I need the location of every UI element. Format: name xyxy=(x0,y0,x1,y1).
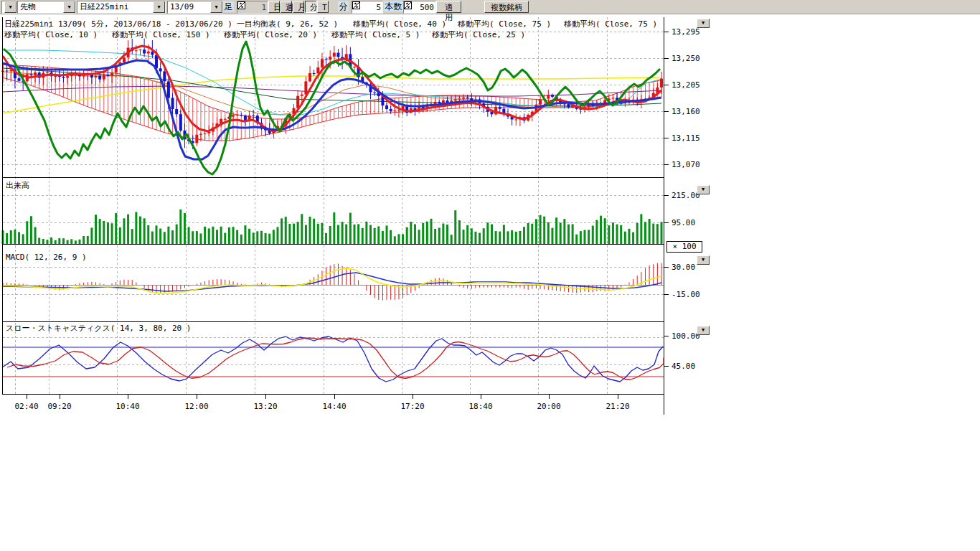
time-axis-label: 21:20 xyxy=(605,402,631,411)
legend-item: 移動平均( Close, 10 ) xyxy=(4,29,98,40)
time-axis-label: 10:40 xyxy=(115,402,141,411)
price-axis-label: 13,160 xyxy=(672,107,700,116)
price-axis-label: 13,205 xyxy=(672,80,700,90)
legend-item: 移動平均( Close, 150 ) xyxy=(112,29,210,40)
legend-item: 移動平均( Close, 75 ) xyxy=(564,19,657,29)
stoch-panel-title: スロー・ストキャスティクス( 14, 3, 80, 20 ) xyxy=(6,324,191,333)
price-axis-label: -15.00 xyxy=(672,290,700,299)
panel-settings-dropdown[interactable]: ▼ xyxy=(697,185,710,194)
legend-item: 日経225mini 13/09( 5分, 2013/06/18 - 2013/0… xyxy=(4,19,232,29)
trading-chart-app: ▼ 先物 ▼ 日経225mini ▼ 13/09 ▼ 足 1 日 週 月 分 T… xyxy=(0,0,980,551)
panel-settings-dropdown[interactable]: ▼ xyxy=(697,255,710,265)
time-axis-label: 20:00 xyxy=(536,402,562,411)
legend-item: 移動平均( Close, 75 ) xyxy=(458,19,551,29)
time-axis-label: 14:40 xyxy=(321,402,347,411)
price-axis-label: 13,070 xyxy=(672,160,700,169)
legend-item: 移動平均( Close, 40 ) xyxy=(353,19,446,29)
chart-canvas[interactable] xyxy=(0,0,980,551)
price-axis-label: 100.00 xyxy=(672,331,700,341)
time-axis-label: 18:40 xyxy=(468,402,494,411)
volume-multiplier-badge: × 100 xyxy=(666,241,702,253)
time-axis-label: 02:40 xyxy=(14,402,39,411)
time-axis-label: 12:00 xyxy=(184,402,209,411)
macd-panel-title: MACD( 12, 26, 9 ) xyxy=(6,253,87,262)
panel-settings-dropdown[interactable]: ▼ xyxy=(697,326,710,335)
legend-item: 一目均衡表( 9, 26, 52 ) xyxy=(237,19,338,29)
volume-panel-title: 出来高 xyxy=(6,182,29,190)
price-axis-label: 13,295 xyxy=(672,27,700,37)
time-axis-label: 09:20 xyxy=(47,402,72,411)
time-axis-label: 13:20 xyxy=(253,402,278,411)
legend-item: 移動平均( Close, 25 ) xyxy=(432,29,525,40)
price-axis-label: 215.00 xyxy=(672,191,700,200)
price-axis-label: 45.00 xyxy=(672,362,695,371)
legend-item: 移動平均( Close, 20 ) xyxy=(224,29,317,40)
price-axis-label: 13,115 xyxy=(672,133,700,143)
price-axis-label: 95.00 xyxy=(672,218,695,227)
price-axis-label: 30.00 xyxy=(672,263,695,272)
panel-settings-dropdown[interactable]: ▼ xyxy=(697,19,710,28)
price-axis-label: 13,250 xyxy=(672,54,700,63)
legend-item: 移動平均( Close, 5 ) xyxy=(331,29,420,40)
time-axis-label: 17:20 xyxy=(400,402,425,411)
